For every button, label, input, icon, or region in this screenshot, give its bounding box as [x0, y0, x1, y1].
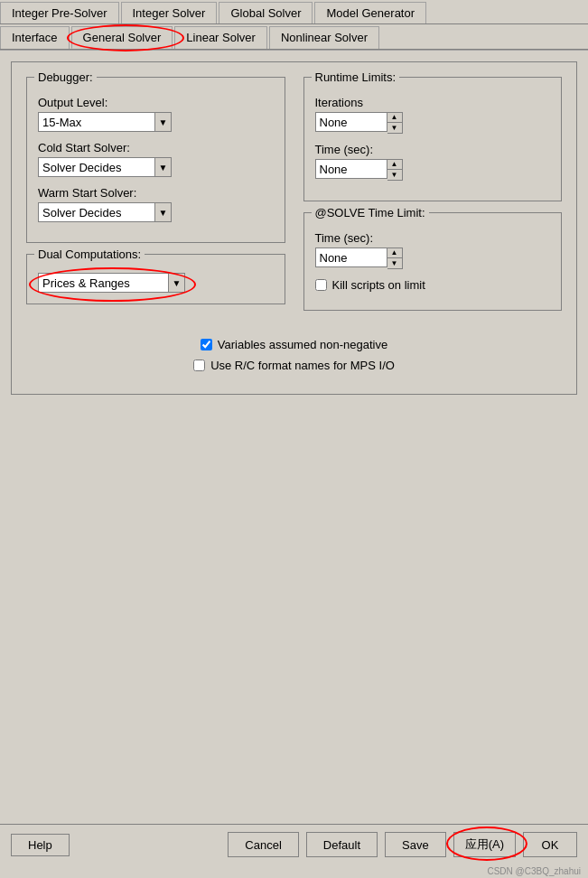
solve-time-label: Time (sec):: [315, 231, 551, 245]
solve-time-down[interactable]: ▼: [387, 258, 402, 268]
rc-format-checkbox[interactable]: [193, 360, 205, 371]
non-negative-checkbox[interactable]: [201, 339, 212, 350]
tab-interface[interactable]: Interface: [0, 26, 70, 49]
debugger-group: Debugger: Output Level: ▼ Cold Start Sol…: [26, 77, 285, 243]
ok-button[interactable]: OK: [523, 832, 577, 857]
time-label: Time (sec):: [315, 143, 551, 156]
cold-start-input[interactable]: [38, 157, 155, 177]
dual-input[interactable]: [38, 273, 169, 293]
tab-linear-solver[interactable]: Linear Solver: [174, 26, 267, 49]
cold-start-dropdown[interactable]: ▼: [155, 157, 172, 177]
iterations-label: Iterations: [315, 96, 551, 109]
runtime-limits-group: Runtime Limits: Iterations ▲ ▼: [303, 77, 563, 201]
kill-scripts-checkbox[interactable]: [315, 279, 327, 291]
dual-dropdown[interactable]: ▼: [169, 273, 185, 293]
time-down[interactable]: ▼: [387, 170, 402, 180]
non-negative-label: Variables assumed non-negative: [218, 338, 387, 351]
warm-start-field: Warm Start Solver: ▼: [38, 186, 274, 222]
warm-start-dropdown[interactable]: ▼: [155, 202, 172, 222]
tab-row-2: Interface General Solver Linear Solver N…: [0, 24, 588, 50]
tab-integer-pre-solver[interactable]: Integer Pre-Solver: [0, 2, 119, 23]
time-input[interactable]: [315, 159, 387, 179]
bottom-bar: Help Cancel Default Save 应用(A) OK: [0, 824, 588, 864]
tab-global-solver[interactable]: Global Solver: [219, 2, 313, 23]
iterations-spinner[interactable]: ▲ ▼: [387, 112, 403, 134]
non-negative-row: Variables assumed non-negative: [26, 338, 562, 351]
iterations-field: Iterations ▲ ▼: [315, 96, 551, 134]
dual-title: Dual Computations:: [34, 248, 145, 261]
output-level-input[interactable]: [38, 112, 155, 132]
warm-start-input[interactable]: [38, 202, 155, 222]
warm-start-label: Warm Start Solver:: [38, 186, 274, 200]
default-button[interactable]: Default: [306, 832, 378, 857]
rc-format-row: Use R/C format names for MPS I/O: [26, 359, 562, 372]
solve-time-input[interactable]: [315, 248, 387, 267]
solve-time-up[interactable]: ▲: [387, 248, 402, 258]
tab-general-solver[interactable]: General Solver: [71, 26, 173, 49]
kill-scripts-label: Kill scripts on limit: [332, 278, 425, 292]
solve-time-group: @SOLVE Time Limit: Time (sec): ▲ ▼: [303, 212, 563, 311]
cancel-button[interactable]: Cancel: [228, 832, 298, 857]
time-field: Time (sec): ▲ ▼: [315, 143, 551, 181]
help-button[interactable]: Help: [11, 834, 70, 856]
tab-nonlinear-solver[interactable]: Nonlinear Solver: [269, 26, 379, 49]
rc-format-label: Use R/C format names for MPS I/O: [210, 359, 395, 372]
iterations-input[interactable]: [315, 112, 387, 132]
tab-row-1: Integer Pre-Solver Integer Solver Global…: [0, 0, 588, 24]
apply-button[interactable]: 应用(A): [453, 832, 516, 857]
tab-integer-solver[interactable]: Integer Solver: [121, 2, 218, 23]
iterations-down[interactable]: ▼: [387, 123, 402, 133]
iterations-up[interactable]: ▲: [387, 113, 402, 123]
time-spinner[interactable]: ▲ ▼: [387, 159, 403, 181]
cold-start-label: Cold Start Solver:: [38, 141, 274, 154]
cold-start-field: Cold Start Solver: ▼: [38, 141, 274, 177]
output-level-dropdown[interactable]: ▼: [155, 112, 172, 132]
kill-scripts-row: Kill scripts on limit: [315, 278, 551, 292]
watermark: CSDN @C3BQ_zhahui: [487, 866, 581, 876]
solve-time-spinner[interactable]: ▲ ▼: [387, 248, 403, 269]
runtime-limits-title: Runtime Limits:: [312, 70, 400, 84]
save-button[interactable]: Save: [385, 832, 446, 857]
solve-time-field: Time (sec): ▲ ▼: [315, 231, 551, 269]
debugger-title: Debugger:: [34, 70, 97, 84]
dual-computations-group: Dual Computations: ▼: [26, 254, 285, 304]
output-level-label: Output Level:: [38, 96, 274, 109]
tab-model-generator[interactable]: Model Generator: [314, 2, 426, 23]
solve-time-title: @SOLVE Time Limit:: [312, 206, 429, 220]
output-level-field: Output Level: ▼: [38, 96, 274, 132]
time-up[interactable]: ▲: [387, 160, 402, 170]
